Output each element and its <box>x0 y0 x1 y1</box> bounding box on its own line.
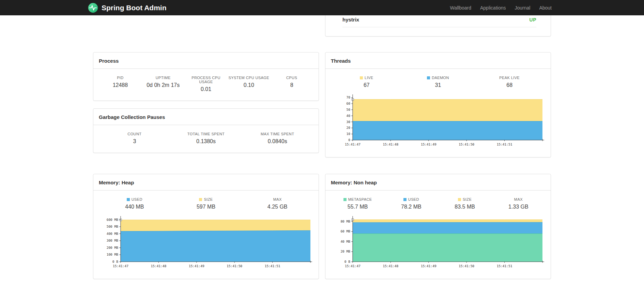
metric-label: LIVE <box>331 76 402 80</box>
metric-process-cpu-usage: PROCESS CPU USAGE 0.01 <box>185 76 228 92</box>
navbar: Spring Boot Admin Wallboard Applications… <box>0 0 644 15</box>
health-row-wrapper: hystrix UP <box>93 15 551 37</box>
memory-nonheap-panel: Memory: Non heap METASPACE 55.7 MB <box>325 174 551 279</box>
svg-text:15:41:50: 15:41:50 <box>459 142 474 146</box>
brand[interactable]: Spring Boot Admin <box>88 3 167 13</box>
metric-value: 0.1380s <box>170 138 242 145</box>
metric-label: SIZE <box>170 197 242 201</box>
metric-value: 0.10 <box>227 82 270 88</box>
metric-gc-total-time: TOTAL TIME SPENT 0.1380s <box>170 132 242 145</box>
brand-title: Spring Boot Admin <box>102 4 167 12</box>
metric-cpus: CPUS 8 <box>270 76 313 92</box>
nav-item-wallboard[interactable]: Wallboard <box>445 5 476 11</box>
metric-value: 78.2 MB <box>384 204 438 210</box>
svg-text:70: 70 <box>347 95 351 99</box>
legend-chip-heap-size <box>199 198 202 201</box>
svg-text:100 MB: 100 MB <box>107 253 119 256</box>
metric-label: USED <box>99 197 170 201</box>
metric-uptime: UPTIME 0d 0h 2m 17s <box>142 76 185 92</box>
svg-text:60: 60 <box>347 102 351 105</box>
svg-text:300 MB: 300 MB <box>107 239 119 242</box>
svg-text:60 MB: 60 MB <box>340 229 350 233</box>
metric-label: DAEMON <box>402 76 474 80</box>
metric-label: USED <box>384 197 438 201</box>
svg-text:15:41:48: 15:41:48 <box>383 142 399 146</box>
metric-value: 3 <box>99 138 170 145</box>
metric-heap-used: USED 440 MB <box>99 197 170 210</box>
legend-chip-daemon <box>427 76 430 79</box>
metric-value: 597 MB <box>170 204 242 210</box>
svg-text:15:41:49: 15:41:49 <box>421 142 436 146</box>
svg-text:0: 0 <box>348 138 350 142</box>
metric-metaspace: METASPACE 55.7 MB <box>331 197 384 210</box>
metric-label: COUNT <box>99 132 170 136</box>
legend-chip-live <box>360 76 363 79</box>
health-item-name: hystrix <box>342 17 359 22</box>
legend-chip-heap-used <box>127 198 130 201</box>
nav-item-about[interactable]: About <box>535 5 556 11</box>
svg-text:20: 20 <box>347 126 351 130</box>
metric-label: MAX TIME SPENT <box>242 132 313 136</box>
gc-panel: Garbage Collection Pauses COUNT 3 TOTAL … <box>93 108 319 153</box>
metric-label: TOTAL TIME SPENT <box>170 132 242 136</box>
gc-metrics: COUNT 3 TOTAL TIME SPENT 0.1380s MAX TIM… <box>99 132 313 145</box>
metric-value: 1.33 GB <box>492 204 545 210</box>
metric-label: SIZE <box>438 197 492 201</box>
nav-item-applications[interactable]: Applications <box>476 5 510 11</box>
metric-label: CPUS <box>270 76 313 80</box>
metric-value: 68 <box>474 82 545 88</box>
process-metrics: PID 12488 UPTIME 0d 0h 2m 17s PROCESS CP… <box>99 76 313 92</box>
navbar-inner: Spring Boot Admin Wallboard Applications… <box>88 3 556 13</box>
threads-metrics: LIVE 67 DAEMON 31 PEAK LIVE <box>331 76 545 88</box>
gc-panel-title: Garbage Collection Pauses <box>93 109 319 125</box>
metric-value: 55.7 MB <box>331 204 384 210</box>
svg-text:200 MB: 200 MB <box>107 246 119 249</box>
metric-label: METASPACE <box>331 197 384 201</box>
health-left-spacer <box>93 15 319 37</box>
svg-text:15:41:51: 15:41:51 <box>497 142 512 146</box>
metric-label: MAX <box>492 197 545 201</box>
metric-daemon: DAEMON 31 <box>402 76 474 88</box>
svg-text:400 MB: 400 MB <box>107 232 119 235</box>
metric-value: 0d 0h 2m 17s <box>142 82 185 88</box>
metric-nonheap-max: MAX 1.33 GB <box>492 197 545 210</box>
svg-text:15:41:47: 15:41:47 <box>113 264 128 268</box>
metric-label: PEAK LIVE <box>474 76 545 80</box>
legend-chip-metaspace <box>343 198 347 201</box>
svg-text:50: 50 <box>347 108 351 111</box>
memory-row: Memory: Heap USED 440 MB <box>93 174 551 279</box>
svg-text:15:41:50: 15:41:50 <box>459 264 474 268</box>
memory-heap-chart: 0 B100 MB200 MB300 MB400 MB500 MB600 MB1… <box>99 215 313 271</box>
memory-heap-panel: Memory: Heap USED 440 MB <box>93 174 319 279</box>
metric-pid: PID 12488 <box>99 76 142 92</box>
metric-value: 31 <box>402 82 474 88</box>
metric-label: PROCESS CPU USAGE <box>185 76 228 84</box>
memory-nonheap-chart: 0 B20 MB40 MB60 MB80 MB15:41:4715:41:481… <box>331 215 545 271</box>
metric-label: SYSTEM CPU USAGE <box>227 76 270 80</box>
memory-nonheap-panel-title: Memory: Non heap <box>325 174 551 191</box>
metric-value: 440 MB <box>99 204 170 210</box>
middle-row: Process PID 12488 UPTIME 0d 0h 2m 17s PR… <box>93 52 551 157</box>
svg-text:0 B: 0 B <box>112 260 118 263</box>
nav-item-journal[interactable]: Journal <box>510 5 535 11</box>
metric-heap-size: SIZE 597 MB <box>170 197 242 210</box>
metric-system-cpu-usage: SYSTEM CPU USAGE 0.10 <box>227 76 270 92</box>
threads-panel-title: Threads <box>325 52 551 69</box>
process-panel: Process PID 12488 UPTIME 0d 0h 2m 17s PR… <box>93 52 319 101</box>
legend-chip-nonheap-size <box>458 198 461 201</box>
metric-label: PID <box>99 76 142 80</box>
svg-text:15:41:49: 15:41:49 <box>421 264 436 268</box>
metric-value: 4.25 GB <box>242 204 313 210</box>
process-panel-title: Process <box>93 52 319 69</box>
metric-value: 12488 <box>99 82 142 88</box>
svg-text:15:41:51: 15:41:51 <box>265 264 280 268</box>
health-row-hystrix: hystrix UP <box>342 17 536 27</box>
svg-text:15:41:51: 15:41:51 <box>497 264 512 268</box>
heap-metrics: USED 440 MB SIZE 597 MB MAX <box>99 197 313 210</box>
svg-text:15:41:50: 15:41:50 <box>227 264 242 268</box>
metric-label: MAX <box>242 197 313 201</box>
svg-text:10: 10 <box>347 132 351 136</box>
svg-text:15:41:48: 15:41:48 <box>151 264 167 268</box>
metric-value: 0.01 <box>185 86 228 92</box>
svg-text:30: 30 <box>347 120 351 124</box>
